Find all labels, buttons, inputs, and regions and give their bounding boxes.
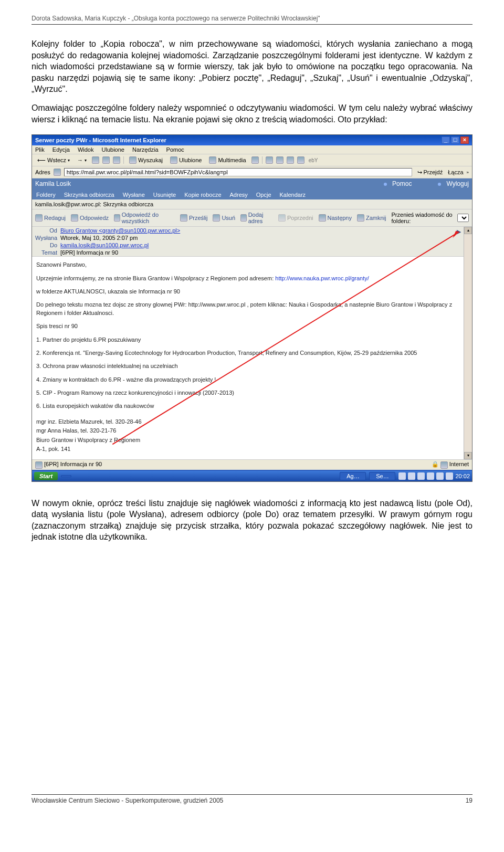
print-icon[interactable] [276, 156, 284, 164]
to-label: Do [35, 242, 60, 248]
window-controls[interactable]: _ □ × [442, 136, 469, 144]
body-li3: 3. Ochrona praw własności intelektualnej… [36, 362, 459, 370]
quicklaunch[interactable] [61, 475, 71, 477]
menu-edit[interactable]: Edycja [52, 146, 70, 153]
close-icon[interactable]: × [460, 136, 469, 144]
close-button[interactable]: Zamknij [357, 214, 386, 222]
tab-drafts[interactable]: Kopie robocze [180, 190, 225, 199]
taskbar-item-2[interactable]: Se… [369, 472, 395, 480]
forward-icon [180, 214, 187, 222]
tab-inbox[interactable]: Skrzynka odbiorcza [60, 190, 119, 199]
refresh-icon[interactable] [102, 156, 110, 164]
next-button[interactable]: Następny [319, 214, 352, 222]
tab-calendar[interactable]: Kalendarz [276, 190, 310, 199]
home-icon[interactable] [113, 156, 120, 164]
to-value[interactable]: kamila.losik@sun1000.pwr.wroc.pl [60, 242, 460, 248]
address-bar[interactable]: Adres https://mail.pwr.wroc.pl/pl/mail.h… [32, 166, 472, 178]
forward-label: Prześlij [189, 215, 207, 221]
scrollbar[interactable]: ▴ ▾ [464, 227, 472, 459]
tray-icon[interactable] [398, 472, 406, 480]
menu-file[interactable]: Plik [35, 146, 45, 153]
mail-breadcrumb: kamila.losik@pwr.wroc.pl: Skrzynka odbio… [32, 199, 472, 209]
move-to-folder[interactable]: Przenieś wiadomość do folderu: [392, 212, 469, 224]
start-button[interactable]: Start [34, 472, 58, 480]
discuss-icon[interactable] [297, 156, 304, 164]
body-li6: 6. Lista europejskich wakatów dla naukow… [36, 402, 459, 410]
sig-2: mgr Anna Halas, tel. 320-21-76 [36, 427, 459, 435]
document-footer: Wrocławskie Centrum Sieciowo - Superkomp… [32, 794, 472, 804]
tab-sent[interactable]: Wysłane [119, 190, 149, 199]
compose-icon [35, 214, 43, 222]
edit-icon[interactable] [287, 156, 294, 164]
mail-tabs[interactable]: Foldery Skrzynka odbiorcza Wysłane Usuni… [32, 189, 472, 199]
body-link-1[interactable]: http://www.nauka.pwr.wroc.pl/granty/ [275, 275, 369, 281]
sig-1: mgr inz. Elzbieta Mazurek, tel. 320-28-4… [36, 418, 459, 426]
reply-button[interactable]: Odpowiedz [71, 214, 109, 222]
go-button[interactable]: ↪ Przejdź [415, 169, 445, 176]
back-button[interactable]: ⟵ Wstecz ▾ [35, 156, 72, 164]
page-status-icon [35, 461, 43, 469]
tray-icon[interactable] [436, 472, 444, 480]
folder-select[interactable] [457, 214, 469, 222]
reply-all-button[interactable]: Odpowiedź do wszystkich [114, 212, 175, 224]
paragraph-1: Kolejny folder to „Kopia robocza", w nim… [32, 38, 472, 95]
taskbar-item-1[interactable]: Ag… [340, 472, 366, 480]
favorites-button[interactable]: Ulubione [168, 156, 204, 164]
ie-menubar[interactable]: Plik Edycja Widok Ulubione Narzędzia Pom… [32, 145, 472, 154]
document-header: Dorota Sadowska, Maria Kupczyk - „Obsług… [32, 15, 472, 25]
menu-favorites[interactable]: Ulubione [102, 146, 124, 153]
from-value[interactable]: Biuro Grantow <granty@sun1000.pwr.wroc.p… [60, 227, 460, 234]
message-toolbar[interactable]: Redaguj Odpowiedz Odpowiedź do wszystkic… [32, 209, 472, 227]
add-address-button[interactable]: Dodaj adres [240, 212, 273, 224]
scroll-down-icon[interactable]: ▾ [464, 452, 472, 459]
forward-button[interactable]: Prześlij [180, 214, 207, 222]
ie-toolbar[interactable]: ⟵ Wstecz ▾ → ▾ Wyszukaj Ulubione Multime… [32, 154, 472, 166]
tab-addresses[interactable]: Adresy [226, 190, 252, 199]
star-icon [170, 156, 177, 164]
url-input[interactable]: https://mail.pwr.wroc.pl/pl/mail.html?si… [64, 168, 412, 176]
expand-header-icon[interactable]: ▶ [457, 228, 461, 235]
delete-icon [213, 214, 220, 222]
stop-icon[interactable] [92, 156, 99, 164]
next-label: Następny [328, 215, 352, 221]
body-li5: 5. CIP - Program Ramowy na rzecz konkure… [36, 389, 459, 397]
body-p4: Do pelnego tekstu mozna tez dojsc ze str… [36, 301, 459, 317]
tab-folders[interactable]: Foldery [32, 190, 60, 199]
media-button[interactable]: Multimedia [207, 156, 248, 164]
forward-button[interactable]: → ▾ [75, 156, 89, 164]
body-li2: 2. Konferencja nt. "Energy-Saving Ecotec… [36, 349, 459, 357]
logout-link[interactable]: Wyloguj [446, 180, 469, 187]
menu-view[interactable]: Widok [78, 146, 94, 153]
tab-options[interactable]: Opcje [252, 190, 276, 199]
tray-icon[interactable] [417, 472, 425, 480]
tray-icon[interactable] [427, 472, 434, 480]
tray-icon[interactable] [408, 472, 415, 480]
body-p3: w folderze AKTUALNOSCI, ukazala sie Info… [36, 288, 459, 296]
move-label: Przenieś wiadomość do folderu: [392, 212, 456, 224]
links-label[interactable]: Łącza [448, 169, 463, 175]
mail-header: Kamila Losik Pomoc Wyloguj [32, 178, 472, 189]
help-link[interactable]: Pomoc [392, 180, 412, 187]
tab-trash[interactable]: Usunięte [149, 190, 180, 199]
history-icon[interactable] [251, 156, 259, 164]
search-button[interactable]: Wyszukaj [127, 156, 165, 164]
menu-help[interactable]: Pomoc [166, 146, 184, 153]
maximize-icon[interactable]: □ [451, 136, 459, 144]
sent-value: Wtorek, Maj 10, 2005 2:07 pm [60, 235, 460, 241]
delete-button[interactable]: Usuń [213, 214, 235, 222]
message-body: Szanowni Panstwo, Uprzejmie informujemy,… [32, 257, 464, 459]
body-li1: 1. Partner do projektu 6.PR poszukiwany [36, 336, 459, 344]
minimize-icon[interactable]: _ [442, 136, 450, 144]
mail-icon[interactable] [266, 156, 273, 164]
scroll-up-icon[interactable]: ▴ [464, 227, 472, 234]
sent-label: Wysłana [35, 235, 60, 241]
reply-label: Odpowiedz [80, 215, 109, 221]
sig-3: Biuro Grantow i Wspolpracy z Regionem [36, 436, 459, 444]
compose-button[interactable]: Redaguj [35, 214, 66, 222]
windows-taskbar[interactable]: Start Ag… Se… 20:02 [32, 470, 472, 481]
tray-icon[interactable] [446, 472, 453, 480]
system-tray[interactable]: 20:02 [398, 472, 470, 480]
reply-icon [71, 214, 78, 222]
menu-tools[interactable]: Narzędzia [132, 146, 159, 153]
media-icon [209, 156, 216, 164]
